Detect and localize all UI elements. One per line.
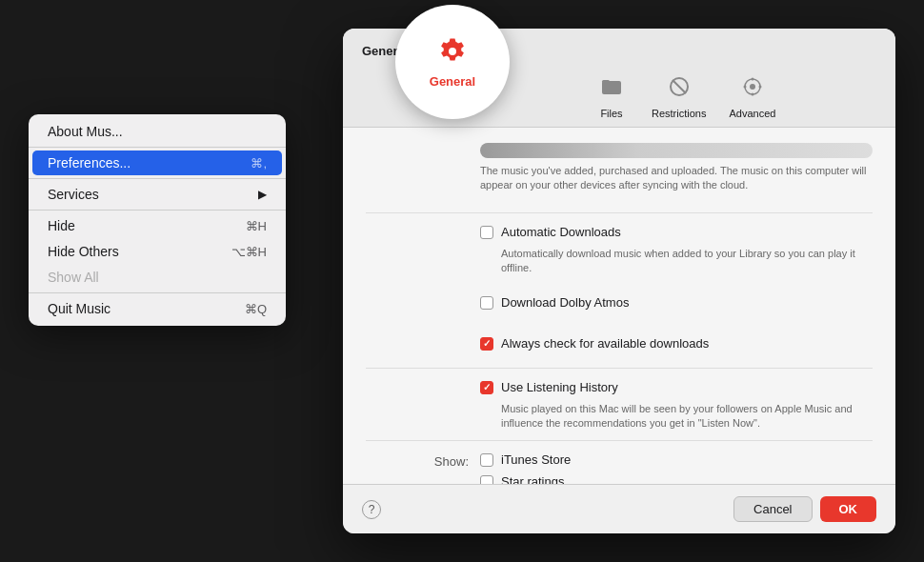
toolbar-files[interactable]: Files — [594, 70, 629, 119]
icloud-control-col: The music you've added, purchased and up… — [480, 143, 873, 203]
dolby-row: Download Dolby Atmos — [366, 295, 873, 327]
automatic-downloads-row: Automatic Downloads Automatically downlo… — [366, 225, 873, 286]
icloud-label-col — [366, 143, 480, 145]
quit-menu-item[interactable]: Quit Music ⌘Q — [32, 296, 282, 321]
automatic-downloads-cb-label: Automatic Downloads — [501, 225, 621, 239]
prefs-footer: ? Cancel OK — [343, 484, 895, 533]
always-check-control: Always check for available downloads — [480, 336, 873, 358]
show-all-menu-item[interactable]: Show All — [32, 265, 282, 290]
itunes-store-checkbox[interactable] — [480, 453, 493, 467]
restrictions-icon-box — [662, 70, 696, 104]
advanced-icon-box — [735, 70, 770, 104]
always-check-cb-label: Always check for available downloads — [501, 336, 709, 351]
services-arrow-icon: ▶ — [258, 188, 267, 201]
listening-history-desc: Music played on this Mac will be seen by… — [501, 402, 873, 432]
show-row: Show: iTunes Store Star ratings Songs li… — [366, 452, 873, 484]
restrictions-label: Restrictions — [652, 108, 706, 119]
preferences-label: Preferences... — [48, 155, 131, 171]
svg-point-6 — [750, 84, 755, 90]
dolby-checkbox[interactable] — [480, 296, 493, 310]
itunes-store-label: iTunes Store — [501, 452, 571, 467]
prefs-content: The music you've added, purchased and up… — [343, 128, 895, 484]
always-check-row: Always check for available downloads — [366, 336, 873, 369]
ok-button[interactable]: OK — [820, 496, 877, 522]
automatic-downloads-desc: Automatically download music when added … — [501, 247, 873, 276]
svg-point-0 — [449, 48, 456, 55]
svg-rect-1 — [602, 81, 621, 94]
cancel-button[interactable]: Cancel — [733, 496, 812, 522]
general-icon-highlight: General — [395, 5, 510, 119]
always-check-checkbox-row: Always check for available downloads — [480, 336, 873, 351]
svg-point-9 — [743, 86, 746, 89]
help-button[interactable]: ? — [362, 500, 381, 519]
general-icon-label: General — [430, 74, 475, 89]
dolby-checkbox-row: Download Dolby Atmos — [480, 295, 873, 310]
quit-shortcut: ⌘Q — [245, 302, 267, 316]
hide-shortcut: ⌘H — [246, 219, 267, 233]
hide-label: Hide — [48, 218, 75, 233]
svg-point-8 — [751, 93, 753, 96]
folder-icon — [601, 76, 622, 97]
itunes-store-row: iTunes Store — [480, 452, 873, 467]
star-ratings-label: Star ratings — [501, 474, 564, 484]
listening-history-checkbox-row: Use Listening History — [480, 380, 873, 394]
advanced-icon — [742, 76, 763, 97]
star-ratings-row: Star ratings — [480, 474, 873, 484]
automatic-downloads-checkbox[interactable] — [480, 226, 493, 239]
automatic-downloads-control: Automatic Downloads Automatically downlo… — [480, 225, 873, 276]
footer-buttons: Cancel OK — [733, 496, 876, 522]
restrictions-icon — [669, 76, 690, 97]
advanced-label: Advanced — [729, 108, 775, 119]
gear-icon — [437, 36, 468, 70]
dolby-label-col — [366, 295, 480, 297]
preferences-shortcut: ⌘, — [251, 156, 267, 171]
menu-separator-1 — [29, 147, 286, 148]
menu-separator-2 — [29, 178, 286, 179]
about-menu-item[interactable]: About Mus... — [32, 119, 282, 144]
always-check-label-col — [366, 336, 480, 338]
dolby-cb-label: Download Dolby Atmos — [501, 295, 629, 310]
automatic-downloads-label-col — [366, 225, 480, 227]
hide-others-menu-item[interactable]: Hide Others ⌥⌘H — [32, 239, 282, 264]
automatic-downloads-checkbox-row: Automatic Downloads — [480, 225, 873, 239]
icloud-bar — [480, 143, 873, 158]
always-check-checkbox[interactable] — [480, 337, 493, 351]
show-label-col: Show: — [366, 452, 480, 469]
show-all-label: Show All — [48, 270, 99, 285]
icloud-row: The music you've added, purchased and up… — [366, 143, 873, 213]
files-icon-box — [594, 70, 629, 104]
hide-others-label: Hide Others — [48, 244, 119, 259]
services-menu-item[interactable]: Services ▶ — [32, 182, 282, 207]
listening-history-cb-label: Use Listening History — [501, 380, 618, 394]
menu-separator-4 — [29, 292, 286, 293]
app-menu: About Mus... Preferences... ⌘, Services … — [29, 114, 286, 326]
svg-point-7 — [751, 78, 753, 81]
svg-point-10 — [758, 86, 761, 89]
icloud-desc: The music you've added, purchased and up… — [480, 164, 873, 193]
listening-history-checkbox[interactable] — [480, 381, 493, 394]
svg-rect-2 — [602, 80, 610, 83]
files-label: Files — [600, 108, 622, 119]
services-label: Services — [48, 187, 99, 202]
svg-line-4 — [673, 80, 686, 93]
star-ratings-checkbox[interactable] — [480, 475, 493, 484]
hide-menu-item[interactable]: Hide ⌘H — [32, 213, 282, 238]
hide-others-shortcut: ⌥⌘H — [231, 245, 267, 259]
listening-history-row: Use Listening History Music played on th… — [366, 380, 873, 442]
listening-history-control: Use Listening History Music played on th… — [480, 380, 873, 432]
show-control: iTunes Store Star ratings Songs list tic… — [480, 452, 873, 484]
toolbar-advanced[interactable]: Advanced — [729, 70, 775, 119]
quit-label: Quit Music — [48, 301, 110, 316]
menu-separator-3 — [29, 210, 286, 211]
listening-history-label-col — [366, 380, 480, 382]
toolbar-restrictions[interactable]: Restrictions — [652, 70, 706, 119]
about-label: About Mus... — [48, 124, 123, 139]
dolby-control: Download Dolby Atmos — [480, 295, 873, 317]
preferences-menu-item[interactable]: Preferences... ⌘, — [32, 151, 282, 175]
